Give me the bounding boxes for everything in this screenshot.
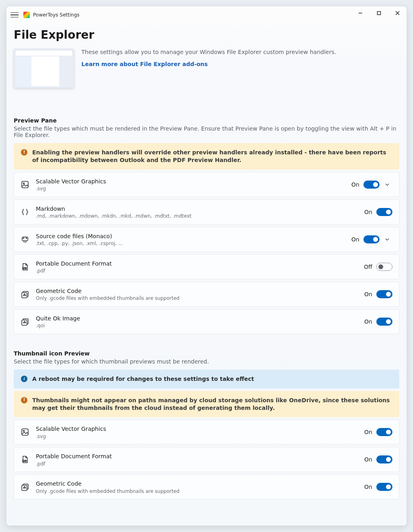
setting-subtitle: .txt, .cpp, .py, .json, .xml, .csproj, .… [36, 241, 351, 246]
toggle-switch[interactable] [363, 181, 380, 189]
gcode-icon [21, 482, 29, 491]
setting-row: Scalable Vector Graphics.svgOn [14, 420, 399, 445]
image-icon [21, 428, 29, 436]
preview-pane-subtext: Select the file types which must be rend… [14, 125, 399, 138]
hero-description: These settings allow you to manage your … [81, 49, 336, 55]
setting-subtitle: Only .gcode files with embedded thumbnai… [36, 295, 364, 301]
svg-point-5 [23, 183, 25, 184]
svg-rect-15 [22, 429, 28, 435]
monaco-icon [21, 235, 29, 244]
setting-row: Quite Ok Image.qoiOn [14, 309, 399, 334]
toggle-state-label: On [364, 429, 372, 435]
hero-preview-image [14, 49, 74, 88]
setting-subtitle: Only .gcode files with embedded thumbnai… [36, 488, 364, 494]
chevron-down-icon[interactable] [382, 237, 392, 242]
svg-point-16 [23, 430, 25, 432]
setting-subtitle: .svg [36, 434, 364, 439]
setting-row: Geometric CodeOnly .gcode files with emb… [14, 282, 399, 307]
learn-more-link[interactable]: Learn more about File Explorer add-ons [81, 61, 208, 67]
warning-icon: ! [21, 149, 27, 156]
svg-text:PDF: PDF [23, 460, 26, 462]
app-window: PowerToys Settings File Explorer These s… [6, 6, 407, 526]
image-icon [21, 180, 29, 189]
svg-rect-1 [377, 11, 380, 15]
svg-point-7 [23, 238, 24, 239]
setting-subtitle: .pdf [36, 268, 364, 274]
app-title: PowerToys Settings [33, 12, 79, 18]
toggle-switch[interactable] [376, 455, 392, 463]
minimize-button[interactable] [351, 6, 369, 19]
setting-row: PDFPortable Document Format.pdfOn [14, 447, 399, 472]
setting-row: PDFPortable Document Format.pdfOff [14, 254, 399, 279]
toggle-state-label: On [364, 318, 372, 325]
setting-title: Markdown [36, 205, 364, 212]
app-icon [23, 12, 30, 18]
setting-title: Scalable Vector Graphics [36, 425, 364, 432]
hamburger-menu-icon[interactable] [10, 11, 19, 19]
close-button[interactable] [388, 6, 407, 19]
gcode-icon [21, 317, 29, 326]
setting-subtitle: .pdf [36, 461, 364, 467]
setting-title: Quite Ok Image [36, 315, 364, 322]
setting-subtitle: .qoi [36, 323, 364, 328]
toggle-state-label: Off [364, 264, 372, 270]
toggle-switch[interactable] [376, 483, 392, 491]
toggle-state-label: On [364, 456, 372, 463]
preview-pane-heading: Preview Pane [14, 117, 399, 124]
info-icon: i [21, 376, 27, 382]
svg-point-8 [26, 238, 27, 239]
pdf-icon: PDF [21, 455, 29, 464]
gcode-icon [21, 290, 29, 299]
pdf-icon: PDF [21, 262, 29, 271]
thumbnail-heading: Thumbnail icon Preview [14, 350, 399, 357]
svg-rect-4 [22, 181, 28, 188]
svg-text:PDF: PDF [23, 267, 26, 269]
preview-pane-warning: ! Enabling the preview handlers will ove… [14, 143, 399, 170]
toggle-state-label: On [364, 291, 372, 297]
setting-title: Portable Document Format [36, 260, 364, 267]
toggle-state-label: On [364, 209, 372, 215]
svg-rect-6 [22, 237, 28, 241]
setting-row: Source code files (Monaco).txt, .cpp, .p… [14, 227, 399, 252]
toggle-switch[interactable] [363, 235, 380, 243]
toggle-switch[interactable] [376, 428, 392, 436]
toggle-switch[interactable] [376, 290, 392, 298]
chevron-down-icon[interactable] [382, 182, 392, 187]
toggle-state-label: On [364, 484, 372, 490]
setting-title: Source code files (Monaco) [36, 233, 351, 240]
toggle-state-label: On [351, 181, 359, 188]
braces-icon [21, 208, 29, 216]
hero: These settings allow you to manage your … [14, 49, 399, 88]
setting-subtitle: .md, .markdown, .mdown, .mkdn, .mkd, .md… [36, 213, 364, 219]
setting-title: Portable Document Format [36, 453, 364, 460]
setting-title: Geometric Code [36, 287, 364, 295]
titlebar: PowerToys Settings [6, 6, 407, 23]
toggle-switch[interactable] [376, 208, 392, 216]
thumbnail-info: i A reboot may be required for changes t… [14, 370, 399, 389]
toggle-switch[interactable] [376, 263, 392, 271]
toggle-state-label: On [351, 236, 359, 243]
warning-icon: ! [21, 397, 27, 403]
maximize-button[interactable] [369, 6, 388, 19]
toggle-switch[interactable] [376, 318, 392, 326]
thumbnail-warning: ! Thumbnails might not appear on paths m… [14, 391, 399, 418]
thumbnail-subtext: Select the file types for which thumbnai… [14, 358, 399, 365]
setting-row: Geometric CodeOnly .gcode files with emb… [14, 474, 399, 499]
page-title: File Explorer [14, 28, 399, 42]
setting-title: Scalable Vector Graphics [36, 178, 351, 185]
setting-subtitle: .svg [36, 186, 351, 191]
setting-row: Markdown.md, .markdown, .mdown, .mkdn, .… [14, 200, 399, 224]
setting-title: Geometric Code [36, 480, 364, 487]
setting-row: Scalable Vector Graphics.svgOn [14, 172, 399, 197]
